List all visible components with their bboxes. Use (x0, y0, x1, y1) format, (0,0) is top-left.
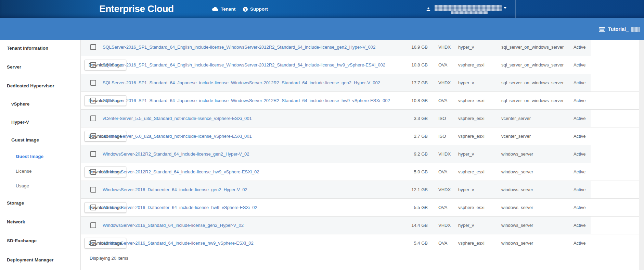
nav-support-label: Support (250, 7, 268, 12)
table-footer: Displaying 20 items (81, 252, 639, 264)
table-row: WindowsServer-2016_Datacenter_64_include… (81, 199, 639, 217)
table-row: SQLServer-2016_SP1_Standard_64_Japanese_… (81, 74, 639, 92)
image-name-link[interactable]: vCenter-Server_5.5_u3d_Standard_not-incl… (103, 116, 252, 121)
row-checkbox[interactable] (90, 98, 96, 103)
account-caret-down-icon (503, 7, 507, 9)
image-name-link[interactable]: WindowsServer-2012R2_Standard_64_include… (103, 151, 249, 157)
cloud-icon (212, 7, 218, 11)
row-checkbox-cell (90, 92, 96, 109)
sidebar-nav: Tenant InformationServerDedicated Hyperv… (0, 40, 81, 270)
image-format: VHDX (438, 38, 451, 56)
image-format: OVA (438, 199, 448, 216)
image-size: 16.9 GB (373, 38, 428, 56)
status-label: Active (574, 110, 585, 127)
row-checkbox[interactable] (90, 222, 96, 228)
image-hypervisor: vsphere_esxi (458, 127, 485, 145)
image-hypervisor: hyper_v (458, 38, 474, 56)
image-hypervisor: vsphere_esxi (458, 163, 485, 181)
workspace-label: Tutorial_ (608, 26, 629, 32)
image-size: 10.8 GB (373, 56, 428, 74)
sidebar-item-network[interactable]: Network (7, 219, 25, 225)
sidebar-item-tenant-information[interactable]: Tenant Information (7, 45, 48, 51)
row-checkbox-cell (90, 217, 96, 234)
image-hypervisor: vsphere_esxi (458, 199, 485, 216)
enterprise-cloud-logo: Enterprise Cloud (99, 3, 174, 14)
sidebar-item-dedicated-hypervisor[interactable]: Dedicated Hypervisor (7, 83, 54, 89)
top-app-bar: Enterprise Cloud Tenant ? Support (0, 0, 644, 18)
table-row: WindowsServer-2012R2_Standard_64_include… (81, 145, 639, 163)
table-row: SQLServer-2016_SP1_Standard_64_English_i… (81, 56, 639, 74)
nav-support[interactable]: ? Support (243, 0, 268, 18)
sidebar-item-vsphere[interactable]: vSphere (11, 101, 29, 107)
workspace-selector[interactable]: Tutorial_ (599, 18, 644, 40)
image-format: OVA (438, 56, 448, 74)
row-checkbox[interactable] (90, 115, 96, 121)
topbar-divider (515, 0, 516, 18)
image-category: windows_server (501, 199, 533, 216)
row-checkbox[interactable] (90, 151, 96, 157)
image-name-link[interactable]: WindowsServer-2016_Datacenter_64_include… (103, 205, 257, 210)
image-category: windows_server (501, 145, 533, 163)
row-checkbox[interactable] (90, 133, 96, 139)
table-row: WindowsServer-2016_Standard_64_include-l… (81, 234, 639, 252)
table-row: SQLServer-2016_SP1_Standard_64_Japanese_… (81, 92, 639, 110)
image-category: vcenter_server (501, 127, 531, 145)
image-category: windows_server (501, 217, 533, 234)
image-category: sql_server_on_windows_server (501, 38, 564, 56)
image-size: 10.8 GB (373, 92, 428, 109)
image-name-link[interactable]: SQLServer-2016_SP1_Standard_64_Japanese_… (103, 98, 390, 103)
sidebar-item-deployment-manager[interactable]: Deployment Manager (7, 257, 54, 263)
status-label: Active (574, 92, 585, 109)
person-icon (426, 7, 431, 12)
image-name-link[interactable]: WindowsServer-2016_Datacenter_64_include… (103, 187, 247, 192)
image-hypervisor: vsphere_esxi (458, 234, 485, 252)
image-size: 14.4 GB (373, 217, 428, 234)
status-label: Active (574, 74, 585, 91)
account-subtext-redacted (451, 11, 488, 14)
image-size: 3.3 GB (373, 110, 428, 127)
status-label: Active (574, 199, 585, 216)
image-name-link[interactable]: vCenter-Server_6.0_u2a_Standard_not-incl… (103, 134, 252, 139)
status-label: Active (574, 38, 585, 56)
nav-tenant[interactable]: Tenant (212, 0, 235, 18)
image-name-link[interactable]: WindowsServer-2016_Standard_64_include-l… (103, 241, 254, 246)
image-name-link[interactable]: SQLServer-2016_SP1_Standard_64_English_i… (103, 45, 375, 50)
row-checkbox-cell (90, 181, 96, 198)
sidebar-item-sd-exchange[interactable]: SD-Exchange (7, 238, 37, 244)
image-category: windows_server (501, 181, 533, 198)
sidebar-item-usage[interactable]: Usage (16, 183, 29, 189)
table-row: SQLServer-2016_SP1_Standard_64_English_i… (81, 38, 639, 56)
row-checkbox[interactable] (90, 62, 96, 68)
row-checkbox[interactable] (90, 169, 96, 175)
row-checkbox[interactable] (90, 44, 96, 50)
status-label: Active (574, 127, 585, 145)
sidebar-item-hyper-v[interactable]: Hyper-V (11, 119, 29, 125)
row-checkbox[interactable] (90, 205, 96, 210)
image-format: VHDX (438, 217, 451, 234)
image-format: OVA (438, 234, 448, 252)
image-category: windows_server (501, 234, 533, 252)
image-name-link[interactable]: WindowsServer-2012R2_Standard_64_include… (103, 169, 259, 174)
row-checkbox[interactable] (90, 80, 96, 86)
image-size: 5.5 GB (373, 199, 428, 216)
scrollbar-track[interactable] (639, 40, 644, 270)
image-name-link[interactable]: SQLServer-2016_SP1_Standard_64_English_i… (103, 62, 385, 68)
sidebar-item-guest-image[interactable]: Guest Image (16, 154, 43, 160)
image-name-link[interactable]: WindowsServer-2016_Standard_64_include-l… (103, 223, 244, 228)
sidebar-item-license[interactable]: License (16, 168, 32, 174)
sidebar-item-server[interactable]: Server (7, 64, 21, 70)
image-hypervisor: vsphere_esxi (458, 92, 485, 109)
image-size: 5.4 GB (373, 234, 428, 252)
row-checkbox[interactable] (90, 187, 96, 193)
image-format: ISO (438, 110, 446, 127)
workspace-bar: Tutorial_ (0, 18, 644, 40)
image-name-cell: WindowsServer-2012R2_Standard_64_include… (103, 145, 249, 163)
sidebar-item-guest-image-group[interactable]: Guest Image (11, 137, 39, 143)
sidebar-item-storage[interactable]: Storage (7, 200, 24, 206)
image-hypervisor: hyper_v (458, 181, 474, 198)
image-format: OVA (438, 92, 448, 109)
image-name-cell: SQLServer-2016_SP1_Standard_64_Japanese_… (103, 74, 380, 91)
row-checkbox-cell (90, 145, 96, 163)
row-checkbox[interactable] (90, 240, 96, 246)
image-name-link[interactable]: SQLServer-2016_SP1_Standard_64_Japanese_… (103, 80, 380, 85)
